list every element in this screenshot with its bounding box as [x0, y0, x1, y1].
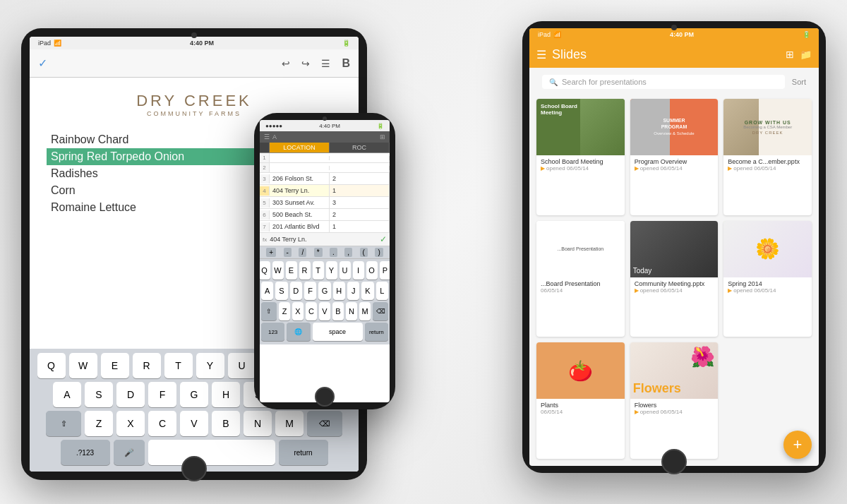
ikey-w[interactable]: W	[272, 261, 284, 280]
ikey-h[interactable]: H	[333, 282, 345, 300]
cell-4b[interactable]: 1	[330, 185, 390, 196]
ikey-e[interactable]: E	[286, 261, 297, 280]
key-n[interactable]: N	[244, 411, 272, 436]
undo-icon[interactable]: ↩	[282, 58, 290, 69]
ikey-delete[interactable]: ⌫	[373, 302, 388, 320]
slide-summer-program[interactable]: SUMMERPROGRAMOverview & Schedule Program…	[630, 99, 719, 215]
fab-button[interactable]: +	[783, 431, 812, 459]
ikey-z[interactable]: Z	[279, 302, 290, 320]
cell-6a[interactable]: 500 Beach St.	[270, 209, 330, 220]
search-input[interactable]: Search for presentations	[562, 78, 778, 86]
key-b[interactable]: B	[212, 411, 240, 436]
formula-confirm-icon[interactable]: ✓	[380, 234, 387, 244]
ikey-i[interactable]: I	[353, 261, 364, 280]
slide-spring[interactable]: 🌼 Spring 2014 ▶ opened 06/05/14	[723, 221, 812, 337]
cell-7b[interactable]: 1	[330, 221, 390, 232]
col-b-header[interactable]: ROC	[330, 143, 390, 152]
ikey-globe[interactable]: 🌐	[287, 323, 310, 341]
key-d[interactable]: D	[116, 382, 145, 407]
ikey-s[interactable]: S	[275, 282, 287, 300]
ikey-d[interactable]: D	[290, 282, 302, 300]
ipad-right-home-button[interactable]	[661, 449, 687, 474]
sheet-menu-icon[interactable]: ☰	[264, 133, 270, 140]
ikey-r[interactable]: R	[299, 261, 311, 280]
key-mic[interactable]: 🎤	[114, 440, 145, 465]
ikey-q[interactable]: Q	[260, 261, 270, 280]
slides-grid-view-icon[interactable]: ⊞	[786, 49, 794, 60]
checkmark-icon[interactable]: ✓	[38, 56, 47, 70]
op-star[interactable]: *	[314, 248, 323, 257]
key-a[interactable]: A	[53, 382, 81, 407]
key-g[interactable]: G	[180, 382, 208, 407]
sort-button[interactable]: Sort	[792, 78, 806, 86]
list-icon[interactable]: ☰	[321, 58, 330, 69]
key-delete[interactable]: ⌫	[307, 411, 342, 436]
key-y[interactable]: Y	[196, 353, 224, 378]
cell-2a[interactable]	[270, 166, 330, 170]
key-shift[interactable]: ⇧	[46, 411, 81, 436]
slide-flowers[interactable]: 🌺 Flowers Flowers ▶ opened 06/05/14	[630, 342, 719, 459]
op-comma[interactable]: ,	[344, 248, 352, 257]
col-a-header[interactable]: LOCATION	[270, 143, 330, 152]
op-plus[interactable]: +	[266, 248, 276, 257]
ikey-l[interactable]: L	[376, 282, 388, 300]
ikey-p[interactable]: P	[380, 261, 390, 280]
slide-board-pres[interactable]: ...Board Presentation ...Board Presentat…	[536, 221, 625, 337]
cell-1b[interactable]	[330, 156, 390, 160]
key-f[interactable]: F	[148, 382, 176, 407]
key-z[interactable]: Z	[85, 411, 113, 436]
key-numbers[interactable]: .?123	[61, 440, 110, 465]
key-space[interactable]	[148, 440, 275, 465]
key-m[interactable]: M	[275, 411, 304, 436]
ikey-shift[interactable]: ⇧	[261, 302, 277, 320]
ikey-numbers[interactable]: 123	[261, 323, 284, 341]
key-t[interactable]: T	[164, 353, 193, 378]
cell-4a[interactable]: 404 Terry Ln.	[270, 185, 330, 196]
iphone-home-button[interactable]	[315, 387, 335, 407]
key-q[interactable]: Q	[37, 353, 66, 378]
ikey-u[interactable]: U	[340, 261, 351, 280]
slides-searchbar[interactable]: 🔍 Search for presentations	[542, 75, 785, 89]
ikey-n[interactable]: N	[346, 302, 357, 320]
cell-2b[interactable]	[330, 166, 390, 170]
key-h[interactable]: H	[212, 382, 240, 407]
slide-plants[interactable]: 🍅 Plants 06/05/14	[536, 342, 625, 459]
op-dot[interactable]: .	[330, 248, 337, 257]
key-s[interactable]: S	[85, 382, 113, 407]
ipad-left-home-button[interactable]	[181, 456, 207, 481]
op-rparen[interactable]: )	[375, 248, 383, 257]
ikey-return[interactable]: return	[365, 323, 388, 341]
ikey-x[interactable]: X	[292, 302, 304, 320]
formula-value[interactable]: 404 Terry Ln.	[270, 236, 377, 243]
op-slash[interactable]: /	[299, 248, 306, 257]
slide-community[interactable]: Today Community Meeting.pptx ▶ opened 06…	[630, 221, 719, 337]
sheet-grid-icon[interactable]: ⊞	[380, 133, 385, 140]
ikey-v[interactable]: V	[319, 302, 330, 320]
key-w[interactable]: W	[69, 353, 97, 378]
cell-5a[interactable]: 303 Sunset Av.	[270, 197, 330, 208]
key-x[interactable]: X	[116, 411, 145, 436]
bold-icon[interactable]: B	[342, 57, 350, 70]
slide-grow-with[interactable]: GROW WITH US Becoming a CSA Member DRY C…	[723, 99, 812, 215]
ikey-y[interactable]: Y	[326, 261, 337, 280]
ikey-o[interactable]: O	[366, 261, 378, 280]
op-minus[interactable]: -	[284, 248, 292, 257]
ikey-j[interactable]: J	[347, 282, 359, 300]
key-c[interactable]: C	[148, 411, 176, 436]
ikey-f[interactable]: F	[304, 282, 316, 300]
cell-1a[interactable]	[270, 156, 330, 160]
ikey-space[interactable]: space	[313, 323, 363, 341]
key-u[interactable]: U	[228, 353, 256, 378]
key-return[interactable]: return	[279, 440, 328, 465]
slides-list-view-icon[interactable]: 📁	[800, 49, 812, 60]
cell-7a[interactable]: 201 Atlantic Blvd	[270, 221, 330, 232]
cell-6b[interactable]: 2	[330, 209, 390, 220]
ikey-k[interactable]: K	[361, 282, 373, 300]
ikey-g[interactable]: G	[318, 282, 330, 300]
slide-school-board[interactable]: School BoardMeeting School Board Meeting…	[536, 99, 625, 215]
redo-icon[interactable]: ↪	[301, 58, 310, 69]
ikey-b[interactable]: B	[332, 302, 344, 320]
cell-3a[interactable]: 206 Folson St.	[270, 173, 330, 184]
key-v[interactable]: V	[180, 411, 208, 436]
key-r[interactable]: R	[133, 353, 161, 378]
